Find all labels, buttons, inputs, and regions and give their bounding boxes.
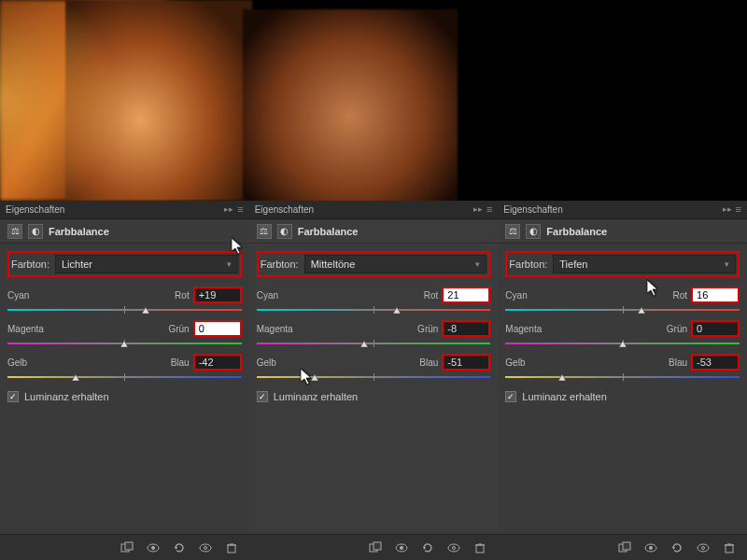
eye-icon[interactable] bbox=[642, 540, 659, 555]
svg-rect-18 bbox=[374, 542, 381, 550]
svg-marker-29 bbox=[619, 341, 627, 347]
slider-left-label: Cyan bbox=[257, 290, 278, 301]
slider-track[interactable] bbox=[257, 339, 491, 348]
slider-handle[interactable] bbox=[359, 340, 369, 349]
panel-body: Farbton:Mitteltöne▾CyanRot21MagentaGrün-… bbox=[249, 244, 499, 534]
slider-handle[interactable] bbox=[120, 340, 129, 349]
visibility-icon[interactable] bbox=[197, 540, 214, 555]
preserve-luminosity-checkbox[interactable]: ✓ bbox=[257, 391, 268, 402]
slider-handle[interactable] bbox=[392, 306, 402, 315]
preserve-luminosity-label: Luminanz erhalten bbox=[522, 391, 607, 402]
slider-right-label: Blau bbox=[171, 357, 190, 368]
visibility-icon[interactable] bbox=[695, 540, 712, 555]
slider-track[interactable] bbox=[505, 305, 740, 315]
slider-track[interactable] bbox=[257, 305, 491, 315]
panel-menu-icon[interactable]: ≡ bbox=[486, 204, 492, 215]
svg-marker-0 bbox=[142, 307, 149, 314]
tone-row: Farbton:Mitteltöne▾ bbox=[257, 251, 491, 277]
slider-left-label: Cyan bbox=[7, 290, 29, 301]
slider-value-input[interactable]: 16 bbox=[691, 287, 740, 303]
svg-marker-2 bbox=[72, 374, 79, 381]
svg-point-34 bbox=[649, 546, 653, 550]
tone-select[interactable]: Lichter▾ bbox=[55, 255, 238, 273]
svg-point-6 bbox=[151, 546, 155, 550]
svg-marker-28 bbox=[638, 307, 645, 314]
mask-icon[interactable]: ◐ bbox=[277, 224, 292, 239]
properties-panel: Eigenschaften▸▸≡⚖◐FarbbalanceFarbton:Tie… bbox=[498, 201, 747, 560]
slider-track[interactable] bbox=[505, 372, 740, 382]
adjustment-header: ⚖◐Farbbalance bbox=[498, 219, 747, 244]
panel-title: Eigenschaften bbox=[503, 204, 722, 215]
slider-handle[interactable] bbox=[310, 373, 319, 383]
panel-body: Farbton:Tiefen▾CyanRot16MagentaGrün0Gelb… bbox=[498, 244, 747, 534]
eye-icon[interactable] bbox=[393, 540, 410, 555]
slider-value-input[interactable]: +19 bbox=[193, 287, 242, 303]
mask-icon[interactable]: ◐ bbox=[28, 224, 43, 239]
slider-left-label: Magenta bbox=[505, 324, 542, 334]
trash-icon[interactable] bbox=[223, 540, 240, 555]
slider-value-input[interactable]: 0 bbox=[193, 320, 242, 337]
svg-rect-38 bbox=[726, 545, 733, 553]
svg-rect-24 bbox=[476, 545, 484, 553]
tone-select[interactable]: Mitteltöne▾ bbox=[304, 255, 487, 273]
slider-value-input[interactable]: -42 bbox=[193, 354, 242, 371]
mask-icon[interactable]: ◐ bbox=[526, 224, 541, 239]
tone-select[interactable]: Tiefen▾ bbox=[553, 255, 736, 273]
svg-rect-32 bbox=[623, 542, 630, 550]
slider-block: CyanRot+19 bbox=[7, 287, 242, 315]
reset-icon[interactable] bbox=[419, 540, 436, 555]
collapse-icon[interactable]: ▸▸ bbox=[473, 204, 483, 215]
tone-row: Farbton:Tiefen▾ bbox=[505, 251, 740, 277]
adjustment-name: Farbbalance bbox=[546, 226, 607, 237]
slider-track[interactable] bbox=[505, 339, 740, 348]
svg-point-20 bbox=[400, 546, 403, 550]
reset-icon[interactable] bbox=[171, 540, 188, 555]
trash-icon[interactable] bbox=[472, 540, 488, 555]
clip-icon[interactable] bbox=[367, 540, 384, 555]
scales-icon[interactable]: ⚖ bbox=[505, 224, 520, 239]
slider-track[interactable] bbox=[7, 339, 242, 348]
slider-track[interactable] bbox=[7, 305, 242, 315]
slider-block: GelbBlau-42 bbox=[7, 354, 242, 382]
slider-value-input[interactable]: -8 bbox=[442, 320, 490, 337]
panel-menu-icon[interactable]: ≡ bbox=[736, 204, 741, 215]
reset-icon[interactable] bbox=[669, 540, 685, 555]
slider-value-input[interactable]: 0 bbox=[691, 320, 740, 337]
clip-icon[interactable] bbox=[119, 540, 135, 555]
eye-icon[interactable] bbox=[145, 540, 162, 555]
panel-title: Eigenschaften bbox=[6, 204, 224, 215]
scales-icon[interactable]: ⚖ bbox=[7, 224, 22, 239]
slider-handle[interactable] bbox=[71, 373, 80, 383]
slider-block: MagentaGrün-8 bbox=[257, 320, 491, 348]
preserve-luminosity-checkbox[interactable]: ✓ bbox=[7, 391, 19, 402]
slider-handle[interactable] bbox=[618, 340, 627, 349]
slider-value-input[interactable]: -51 bbox=[442, 354, 490, 371]
preserve-luminosity-checkbox[interactable]: ✓ bbox=[505, 391, 516, 402]
clip-icon[interactable] bbox=[616, 540, 633, 555]
slider-right-label: Blau bbox=[419, 357, 438, 368]
slider-right-label: Rot bbox=[175, 290, 190, 301]
svg-point-8 bbox=[200, 544, 211, 552]
svg-point-9 bbox=[204, 546, 206, 549]
slider-block: GelbBlau-51 bbox=[257, 354, 491, 382]
slider-value-input[interactable]: -53 bbox=[691, 354, 740, 371]
panel-menu-icon[interactable]: ≡ bbox=[237, 204, 243, 215]
visibility-icon[interactable] bbox=[445, 540, 462, 555]
trash-icon[interactable] bbox=[721, 540, 738, 555]
slider-track[interactable] bbox=[257, 372, 491, 382]
slider-value-input[interactable]: 21 bbox=[442, 287, 490, 303]
slider-handle[interactable] bbox=[141, 306, 150, 315]
preserve-luminosity-row: ✓Luminanz erhalten bbox=[257, 391, 491, 402]
svg-marker-16 bbox=[311, 374, 318, 381]
svg-marker-1 bbox=[120, 341, 128, 347]
collapse-icon[interactable]: ▸▸ bbox=[723, 204, 732, 215]
svg-point-37 bbox=[702, 546, 705, 549]
scales-icon[interactable]: ⚖ bbox=[257, 224, 272, 239]
slider-left-label: Gelb bbox=[7, 357, 27, 368]
collapse-icon[interactable]: ▸▸ bbox=[224, 204, 233, 215]
slider-track[interactable] bbox=[7, 372, 242, 382]
slider-block: CyanRot16 bbox=[505, 287, 740, 315]
slider-handle[interactable] bbox=[557, 373, 567, 383]
slider-handle[interactable] bbox=[637, 306, 646, 315]
svg-point-36 bbox=[698, 544, 709, 552]
